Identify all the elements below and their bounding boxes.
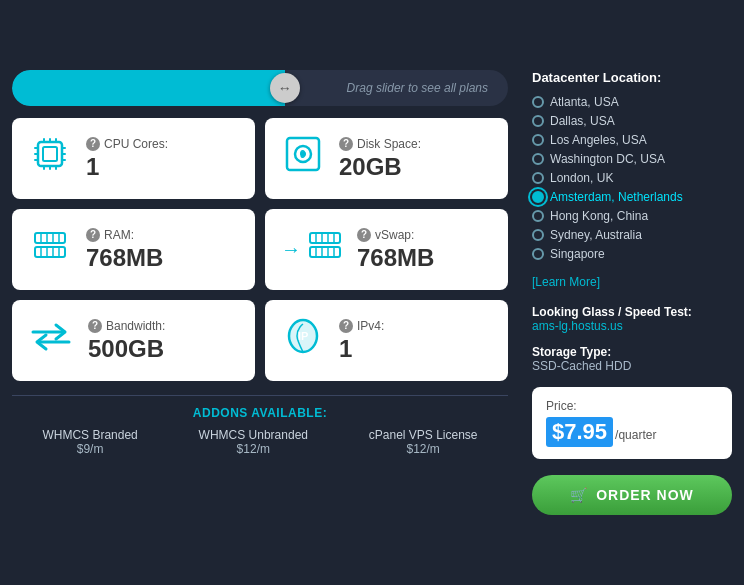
addons-title: ADDONS AVAILABLE: — [12, 406, 508, 420]
disk-card: 9 ? Disk Space: 20GB — [265, 118, 508, 199]
slider-fill — [12, 70, 285, 106]
location-singapore[interactable]: Singapore — [532, 247, 732, 261]
vswap-help-icon[interactable]: ? — [357, 228, 371, 242]
addon-whmcs-unbranded-name: WHMCS Unbranded — [199, 428, 308, 442]
location-sydney-label: Sydney, Australia — [550, 228, 642, 242]
lg-label: Looking Glass / Speed Test: — [532, 305, 732, 319]
bandwidth-info: ? Bandwidth: 500GB — [88, 319, 165, 363]
location-dallas-label: Dallas, USA — [550, 114, 615, 128]
cart-icon: 🛒 — [570, 487, 588, 503]
disk-value: 20GB — [339, 153, 421, 181]
specs-grid: ? CPU Cores: 1 9 — [12, 118, 508, 381]
storage-label: Storage Type: — [532, 345, 732, 359]
cpu-card: ? CPU Cores: 1 — [12, 118, 255, 199]
left-panel: ↔ Drag slider to see all plans — [12, 70, 508, 515]
bandwidth-value: 500GB — [88, 335, 165, 363]
cpu-value: 1 — [86, 153, 168, 181]
storage-value: SSD-Cached HDD — [532, 359, 732, 373]
radio-la[interactable] — [532, 134, 544, 146]
radio-hongkong[interactable] — [532, 210, 544, 222]
disk-info: ? Disk Space: 20GB — [339, 137, 421, 181]
addon-whmcs-branded: WHMCS Branded $9/m — [42, 428, 137, 456]
disk-icon: 9 — [281, 132, 325, 185]
right-panel: Datacenter Location: Atlanta, USA Dallas… — [532, 70, 732, 515]
bandwidth-card: ? Bandwidth: 500GB — [12, 300, 255, 381]
location-london-label: London, UK — [550, 171, 613, 185]
location-dc[interactable]: Washington DC, USA — [532, 152, 732, 166]
radio-atlanta[interactable] — [532, 96, 544, 108]
svg-rect-0 — [38, 142, 62, 166]
location-la[interactable]: Los Angeles, USA — [532, 133, 732, 147]
svg-rect-1 — [43, 147, 57, 161]
ipv4-card: IP ? IPv4: 1 — [265, 300, 508, 381]
plan-slider[interactable]: ↔ Drag slider to see all plans — [12, 70, 508, 106]
radio-london[interactable] — [532, 172, 544, 184]
svg-text:9: 9 — [300, 149, 306, 160]
radio-dallas[interactable] — [532, 115, 544, 127]
learn-more-link[interactable]: [Learn More] — [532, 275, 732, 289]
location-amsterdam[interactable]: Amsterdam, Netherlands — [532, 190, 732, 204]
storage-section: Storage Type: SSD-Cached HDD — [532, 345, 732, 373]
ram-help-icon[interactable]: ? — [86, 228, 100, 242]
location-dallas[interactable]: Dallas, USA — [532, 114, 732, 128]
addon-whmcs-unbranded: WHMCS Unbranded $12/m — [199, 428, 308, 456]
lg-value[interactable]: ams-lg.hostus.us — [532, 319, 732, 333]
addon-cpanel: cPanel VPS License $12/m — [369, 428, 478, 456]
addon-cpanel-price: $12/m — [369, 442, 478, 456]
price-box: Price: $7.95 /quarter — [532, 387, 732, 459]
bandwidth-label: ? Bandwidth: — [88, 319, 165, 333]
location-amsterdam-label: Amsterdam, Netherlands — [550, 190, 683, 204]
location-hongkong[interactable]: Hong Kong, China — [532, 209, 732, 223]
location-singapore-label: Singapore — [550, 247, 605, 261]
slider-thumb[interactable]: ↔ — [270, 73, 300, 103]
vswap-label: ? vSwap: — [357, 228, 434, 242]
location-sydney[interactable]: Sydney, Australia — [532, 228, 732, 242]
ram-value: 768MB — [86, 244, 163, 272]
datacenter-title: Datacenter Location: — [532, 70, 732, 85]
addons-section: ADDONS AVAILABLE: WHMCS Branded $9/m WHM… — [12, 395, 508, 456]
addon-whmcs-branded-price: $9/m — [42, 442, 137, 456]
ipv4-value: 1 — [339, 335, 384, 363]
svg-text:IP: IP — [298, 330, 308, 342]
svg-rect-18 — [35, 233, 65, 243]
addon-whmcs-branded-name: WHMCS Branded — [42, 428, 137, 442]
radio-amsterdam[interactable] — [532, 191, 544, 203]
location-hongkong-label: Hong Kong, China — [550, 209, 648, 223]
price-row: $7.95 /quarter — [546, 417, 718, 447]
ram-label: ? RAM: — [86, 228, 163, 242]
disk-help-icon[interactable]: ? — [339, 137, 353, 151]
radio-dc[interactable] — [532, 153, 544, 165]
radio-sydney[interactable] — [532, 229, 544, 241]
ipv4-label: ? IPv4: — [339, 319, 384, 333]
cpu-info: ? CPU Cores: 1 — [86, 137, 168, 181]
addon-cpanel-name: cPanel VPS License — [369, 428, 478, 442]
cpu-help-icon[interactable]: ? — [86, 137, 100, 151]
bandwidth-icon — [28, 315, 74, 367]
ipv4-help-icon[interactable]: ? — [339, 319, 353, 333]
ram-card: ? RAM: 768MB — [12, 209, 255, 290]
addons-row: WHMCS Branded $9/m WHMCS Unbranded $12/m… — [12, 428, 508, 456]
order-now-label: ORDER NOW — [596, 487, 694, 503]
cpu-label: ? CPU Cores: — [86, 137, 168, 151]
location-london[interactable]: London, UK — [532, 171, 732, 185]
ipv4-info: ? IPv4: 1 — [339, 319, 384, 363]
svg-rect-28 — [310, 233, 340, 243]
svg-rect-19 — [35, 247, 65, 257]
price-label: Price: — [546, 399, 718, 413]
bandwidth-help-icon[interactable]: ? — [88, 319, 102, 333]
location-atlanta-label: Atlanta, USA — [550, 95, 619, 109]
ram-icon — [28, 223, 72, 276]
location-la-label: Los Angeles, USA — [550, 133, 647, 147]
svg-rect-29 — [310, 247, 340, 257]
price-period: /quarter — [615, 428, 656, 442]
lg-section: Looking Glass / Speed Test: ams-lg.hostu… — [532, 305, 732, 333]
location-atlanta[interactable]: Atlanta, USA — [532, 95, 732, 109]
order-now-button[interactable]: 🛒 ORDER NOW — [532, 475, 732, 515]
addon-whmcs-unbranded-price: $12/m — [199, 442, 308, 456]
vswap-icon — [307, 223, 343, 276]
datacenter-location-group: Atlanta, USA Dallas, USA Los Angeles, US… — [532, 95, 732, 261]
ram-info: ? RAM: 768MB — [86, 228, 163, 272]
radio-singapore[interactable] — [532, 248, 544, 260]
vswap-arrow-icon: → — [281, 238, 301, 261]
price-amount: $7.95 — [546, 417, 613, 447]
